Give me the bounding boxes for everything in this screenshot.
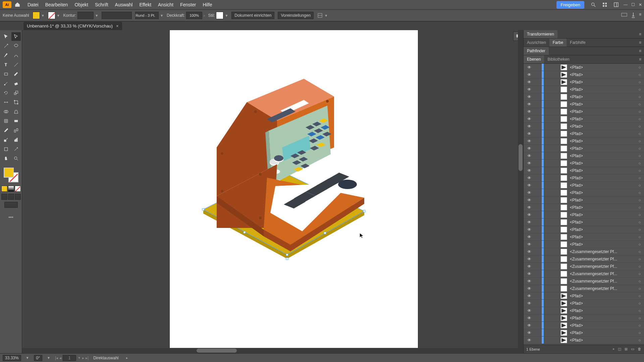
visibility-icon[interactable]: 👁 xyxy=(524,154,535,158)
chevron-down-icon[interactable]: ▼ xyxy=(26,356,29,360)
color-mode-icon[interactable] xyxy=(1,186,7,192)
layer-row[interactable]: 👁<Pfad>○ xyxy=(524,314,644,322)
layer-row[interactable]: 👁<Pfad>○ xyxy=(524,64,644,71)
gradient-mode-icon[interactable] xyxy=(8,186,14,192)
visibility-icon[interactable]: 👁 xyxy=(524,87,535,92)
status-menu-icon[interactable]: ▸ xyxy=(126,356,128,360)
target-icon[interactable]: ○ xyxy=(635,286,644,291)
visibility-icon[interactable]: 👁 xyxy=(524,176,535,180)
brush-select[interactable] xyxy=(102,12,132,19)
target-icon[interactable]: ○ xyxy=(635,176,644,180)
screen-mode-icon[interactable] xyxy=(4,202,18,208)
artboard-tool[interactable] xyxy=(1,145,11,154)
layer-row[interactable]: 👁<Pfad>○ xyxy=(524,145,644,152)
layer-row[interactable]: 👁<Pfad>○ xyxy=(524,329,644,337)
layer-row[interactable]: 👁<Zusammengesetzter Pf...○ xyxy=(524,278,644,285)
draw-normal-icon[interactable] xyxy=(1,194,7,200)
layer-row[interactable]: 👁<Pfad>○ xyxy=(524,123,644,130)
column-graph-tool[interactable] xyxy=(11,135,21,144)
document-setup-button[interactable]: Dokument einrichten xyxy=(231,12,274,19)
menu-ansicht[interactable]: Ansicht xyxy=(155,2,177,7)
layer-row[interactable]: 👁<Pfad>○ xyxy=(524,241,644,248)
layer-row[interactable]: 👁<Pfad>○ xyxy=(524,219,644,226)
layer-row[interactable]: 👁<Pfad>○ xyxy=(524,322,644,329)
target-icon[interactable]: ○ xyxy=(635,190,644,195)
layer-row[interactable]: 👁<Pfad>○ xyxy=(524,115,644,123)
layer-row[interactable]: 👁<Pfad>○ xyxy=(524,337,644,344)
stroke-swatch[interactable] xyxy=(48,12,55,19)
layer-row[interactable]: 👁<Pfad>○ xyxy=(524,174,644,182)
panel-menu-icon[interactable]: ≡ xyxy=(639,12,641,19)
layer-row[interactable]: 👁<Zusammengesetzter Pf...○ xyxy=(524,255,644,263)
selection-tool[interactable] xyxy=(1,32,11,41)
layer-row[interactable]: 👁<Zusammengesetzter Pf...○ xyxy=(524,263,644,270)
layer-row[interactable]: 👁<Zusammengesetzter Pf...○ xyxy=(524,248,644,255)
visibility-icon[interactable]: 👁 xyxy=(524,227,535,232)
shaper-tool[interactable] xyxy=(1,79,11,88)
target-icon[interactable]: ○ xyxy=(635,154,644,158)
symbol-sprayer-tool[interactable] xyxy=(1,135,11,144)
visibility-icon[interactable]: 👁 xyxy=(524,72,535,77)
visibility-icon[interactable]: 👁 xyxy=(524,301,535,306)
tab-farbe[interactable]: Farbe xyxy=(549,39,567,47)
layer-row[interactable]: 👁<Pfad>○ xyxy=(524,152,644,160)
layer-row[interactable]: 👁<Pfad>○ xyxy=(524,101,644,108)
panel-menu-icon[interactable]: ≡ xyxy=(636,30,644,38)
artboard-number-field[interactable]: 1 xyxy=(63,355,76,361)
layer-row[interactable]: 👁<Pfad>○ xyxy=(524,211,644,219)
visibility-icon[interactable]: 👁 xyxy=(524,95,535,99)
stroke-weight-input[interactable] xyxy=(77,12,94,19)
make-clipping-mask-icon[interactable]: ◫ xyxy=(618,347,621,351)
target-icon[interactable]: ○ xyxy=(635,168,644,173)
mesh-tool[interactable] xyxy=(1,117,11,125)
fill-color-icon[interactable] xyxy=(4,168,14,178)
target-icon[interactable]: ○ xyxy=(635,279,644,284)
panel-menu-icon[interactable]: ≡ xyxy=(636,47,644,55)
style-swatch[interactable] xyxy=(216,12,223,19)
canvas-scrollbar-vertical[interactable] xyxy=(518,30,523,353)
prev-artboard-icon[interactable]: ◂ xyxy=(59,356,61,360)
visibility-icon[interactable]: 👁 xyxy=(524,242,535,247)
chevron-down-icon[interactable]: ▼ xyxy=(57,14,60,17)
menu-objekt[interactable]: Objekt xyxy=(71,2,91,7)
none-mode-icon[interactable] xyxy=(15,186,21,192)
shape-builder-tool[interactable] xyxy=(1,107,11,116)
visibility-icon[interactable]: 👁 xyxy=(524,308,535,313)
visibility-icon[interactable]: 👁 xyxy=(524,316,535,320)
layer-row[interactable]: 👁<Pfad>○ xyxy=(524,137,644,145)
paintbrush-tool[interactable] xyxy=(11,70,21,78)
eyedropper-tool[interactable] xyxy=(1,126,11,135)
stroke-profile-select[interactable] xyxy=(135,12,159,19)
target-icon[interactable]: ○ xyxy=(635,65,644,70)
target-icon[interactable]: ○ xyxy=(635,80,644,84)
target-icon[interactable]: ○ xyxy=(635,220,644,225)
visibility-icon[interactable]: 👁 xyxy=(524,220,535,225)
menu-hilfe[interactable]: Hilfe xyxy=(199,2,215,7)
direct-selection-tool[interactable] xyxy=(11,32,21,41)
target-icon[interactable]: ○ xyxy=(635,124,644,129)
zoom-tool[interactable] xyxy=(11,154,21,163)
fill-swatch[interactable] xyxy=(33,12,40,19)
align-to-icon[interactable]: ▼ xyxy=(317,12,328,18)
next-artboard-icon[interactable]: ▸ xyxy=(82,356,84,360)
first-artboard-icon[interactable]: |◂ xyxy=(55,356,58,360)
layer-row[interactable]: 👁<Pfad>○ xyxy=(524,233,644,241)
layer-row[interactable]: 👁<Pfad>○ xyxy=(524,189,644,196)
menu-effekt[interactable]: Effekt xyxy=(136,2,155,7)
visibility-icon[interactable]: 👁 xyxy=(524,131,535,136)
hand-tool[interactable] xyxy=(1,154,11,163)
target-icon[interactable]: ○ xyxy=(635,213,644,217)
target-icon[interactable]: ○ xyxy=(635,183,644,188)
layer-row[interactable]: 👁<Pfad>○ xyxy=(524,167,644,174)
opacity-input[interactable] xyxy=(186,12,202,19)
menu-fenster[interactable]: Fenster xyxy=(177,2,199,7)
tab-bibliotheken[interactable]: Bibliotheken xyxy=(544,55,573,63)
menu-auswahl[interactable]: Auswahl xyxy=(112,2,136,7)
rotation-field[interactable]: 0° xyxy=(34,355,42,361)
delete-layer-icon[interactable]: 🗑 xyxy=(638,347,641,351)
target-icon[interactable]: ○ xyxy=(635,294,644,298)
layer-row[interactable]: 👁<Pfad>○ xyxy=(524,300,644,307)
visibility-icon[interactable]: 👁 xyxy=(524,168,535,173)
workspace-icon[interactable] xyxy=(612,1,620,9)
layer-row[interactable]: 👁<Pfad>○ xyxy=(524,292,644,300)
